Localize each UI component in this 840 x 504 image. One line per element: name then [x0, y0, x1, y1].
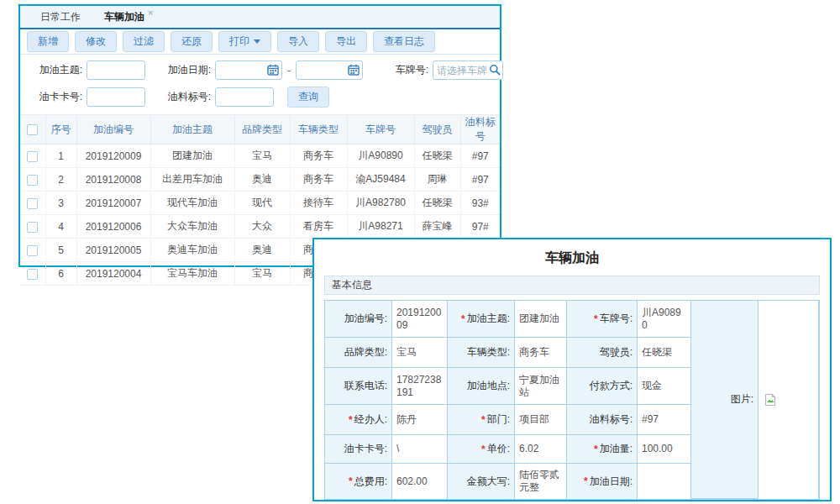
col-driver: 驾驶员 [414, 115, 460, 144]
import-button[interactable]: 导入 [277, 31, 319, 52]
cell-grade: 97# [460, 215, 500, 239]
field-label-fuel-no: 加油编号: [325, 301, 392, 338]
tab-vehicle-fueling[interactable]: 车辆加油 × [92, 6, 165, 28]
col-vehicle-type: 车辆类型 [290, 115, 347, 144]
required-marker: * [349, 475, 353, 487]
fueling-detail-panel: 车辆加油 基本信息 图片: 加油编号: 2019120009 *加油主题: 团建… [312, 238, 832, 501]
picture-cell[interactable] [759, 301, 819, 499]
filter-area: 加油主题: 加油日期: - 车牌号: 油卡卡号: 油料标号: 查询 [20, 55, 500, 115]
field-value-phone: 17827238191 [392, 368, 448, 405]
field-value-amount-words: 陆佰零贰元整 [515, 464, 567, 499]
cell-brand: 宝马 [234, 262, 290, 286]
topic-link[interactable]: 现代车加油 [150, 192, 234, 215]
vehicle-fueling-window: 日常工作 车辆加油 × 新增 修改 过滤 还原 打印 导入 导出 查看日志 加油… [18, 4, 501, 267]
topic-link[interactable]: 团建加油 [150, 144, 234, 168]
plate-link[interactable]: 渝AJ59484 [347, 168, 414, 192]
row-checkbox[interactable] [27, 198, 38, 209]
plate-link[interactable]: 川A982780 [347, 192, 414, 215]
date-to-input[interactable] [296, 60, 363, 80]
plate-filter-label: 车牌号: [376, 63, 428, 77]
table-row[interactable]: 2 2019120008 出差用车加油 奥迪 商务车 渝AJ59484 周琳 #… [20, 168, 500, 192]
fuel-no-link[interactable]: 2019120007 [76, 192, 150, 215]
fuel-no-link[interactable]: 2019120004 [76, 262, 150, 286]
required-marker: * [349, 414, 353, 426]
fuel-no-link[interactable]: 2019120008 [76, 168, 150, 192]
field-value-vehicle-type: 商务车 [515, 338, 567, 368]
restore-button[interactable]: 还原 [171, 31, 213, 52]
fuel-no-link[interactable]: 2019120005 [76, 239, 150, 262]
topic-link[interactable]: 出差用车加油 [150, 168, 234, 192]
cell-seq: 4 [45, 215, 76, 239]
query-button[interactable]: 查询 [287, 87, 329, 108]
view-log-button[interactable]: 查看日志 [373, 31, 435, 52]
row-checkbox[interactable] [27, 175, 38, 186]
field-label-grade: 油料标号: [567, 405, 638, 435]
close-icon[interactable]: × [148, 8, 153, 18]
required-marker: * [461, 313, 465, 325]
topic-link[interactable]: 奥迪车加油 [150, 239, 234, 262]
col-seq: 序号 [45, 115, 76, 144]
cell-grade: #97 [460, 144, 500, 168]
fuel-no-link[interactable]: 2019120009 [76, 144, 150, 168]
field-value-topic: 团建加油 [515, 301, 567, 338]
add-button[interactable]: 新增 [27, 31, 69, 52]
grade-filter-input[interactable] [215, 87, 274, 107]
row-checkbox[interactable] [27, 269, 38, 280]
table-row[interactable]: 3 2019120007 现代车加油 现代 接待车 川A982780 任晓渠 9… [20, 192, 500, 215]
filter-button[interactable]: 过滤 [123, 31, 165, 52]
date-from-input[interactable] [215, 60, 282, 80]
field-label-handler: *经办人: [325, 405, 392, 435]
row-checkbox[interactable] [27, 245, 38, 256]
topic-filter-label: 加油主题: [30, 63, 82, 77]
cell-grade: 93# [460, 192, 500, 215]
print-button[interactable]: 打印 [218, 31, 271, 52]
field-value-unit-price: 6.02 [515, 435, 567, 464]
field-label-total-cost: *总费用: [325, 464, 392, 499]
field-label-topic: *加油主题: [448, 301, 515, 338]
driver-link[interactable]: 周琳 [414, 168, 460, 192]
cell-vehicle-type: 看房车 [290, 215, 347, 239]
required-marker: * [594, 313, 598, 325]
field-label-department: *部门: [448, 405, 515, 435]
select-all-checkbox[interactable] [27, 124, 38, 135]
topic-link[interactable]: 宝马车加油 [150, 262, 234, 286]
driver-link[interactable]: 任晓渠 [414, 192, 460, 215]
required-marker: * [481, 444, 486, 455]
cell-seq: 5 [45, 239, 76, 262]
cell-grade: #97 [460, 168, 500, 192]
table-row[interactable]: 1 2019120009 团建加油 宝马 商务车 川A90890 任晓渠 #97 [20, 144, 500, 168]
table-row[interactable]: 4 2019120006 大众车加油 大众 看房车 川A98271 薛宝峰 97… [20, 215, 500, 239]
plate-link[interactable]: 川A98271 [347, 215, 414, 239]
export-button[interactable]: 导出 [325, 31, 367, 52]
fuel-no-link[interactable]: 2019120006 [76, 215, 150, 239]
edit-button[interactable]: 修改 [75, 31, 117, 52]
row-checkbox[interactable] [27, 222, 38, 233]
field-value-department: 项目部 [515, 405, 567, 435]
section-header-basic-info: 基本信息 [324, 276, 820, 295]
row-checkbox[interactable] [27, 151, 38, 162]
table-header-row: 序号 加油编号 加油主题 品牌类型 车辆类型 车牌号 驾驶员 油料标号 [20, 115, 500, 144]
topic-link[interactable]: 大众车加油 [150, 215, 234, 239]
required-marker: * [584, 475, 588, 487]
topic-filter-input[interactable] [87, 60, 145, 80]
driver-link[interactable]: 薛宝峰 [414, 215, 460, 239]
cell-seq: 2 [45, 168, 76, 192]
date-filter-label: 加油日期: [159, 63, 211, 77]
picture-label: 图片: [691, 301, 759, 499]
field-value-payment: 现金 [638, 368, 691, 405]
cell-brand: 现代 [234, 192, 290, 215]
search-icon[interactable] [489, 64, 501, 76]
field-value-handler: 陈丹 [392, 405, 448, 435]
card-filter-input[interactable] [87, 87, 145, 107]
cell-vehicle-type: 商务车 [290, 168, 347, 192]
field-label-payment: 付款方式: [567, 368, 638, 405]
cell-seq: 6 [45, 262, 76, 286]
plate-link[interactable]: 川A90890 [347, 144, 414, 168]
tab-daily-work[interactable]: 日常工作 [29, 6, 92, 28]
field-value-plate: 川A90890 [638, 301, 691, 338]
field-label-brand: 品牌类型: [325, 338, 392, 368]
driver-link[interactable]: 任晓渠 [414, 144, 460, 168]
detail-title: 车辆加油 [314, 239, 830, 276]
detail-form: 图片: 加油编号: 2019120009 *加油主题: 团建加油 *车牌号: 川… [324, 300, 820, 500]
col-brand: 品牌类型 [234, 115, 290, 144]
